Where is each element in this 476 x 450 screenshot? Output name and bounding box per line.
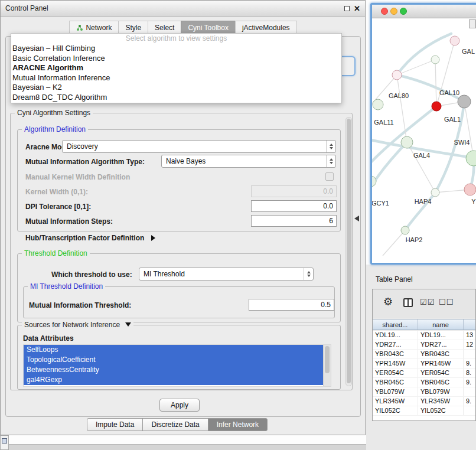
network-canvas[interactable]: GAL80 GAL10 GAL11 GAL1 SWI4 GAL4 GCY1 HA… — [372, 18, 476, 263]
mi-steps-label: Mutual Information Steps: — [25, 217, 113, 226]
network-node[interactable] — [450, 36, 459, 45]
column-header[interactable]: shared... — [373, 319, 418, 330]
control-panel-titlebar[interactable]: Control Panel ✕ — [1, 1, 365, 17]
collapsed-panel[interactable] — [0, 435, 9, 450]
network-window-titlebar[interactable] — [372, 5, 476, 18]
settings-scrollbar[interactable] — [345, 117, 352, 386]
network-node[interactable] — [373, 99, 383, 110]
list-item[interactable]: gal4RGexp — [24, 375, 323, 385]
gear-icon[interactable]: ⚙ — [383, 296, 393, 307]
deselect-all-icon[interactable]: ☐☐ — [439, 298, 454, 306]
sources-toggle[interactable]: Sources for Network Inference — [22, 321, 133, 329]
select-all-icon[interactable]: ☑☑ — [420, 298, 435, 306]
dpi-tolerance-label: DPI Tolerance [0,1]: — [25, 203, 91, 211]
node-label: SWI4 — [454, 139, 470, 146]
selected-value: Naive Bayes — [166, 157, 206, 165]
desktop: Control Panel ✕ Network Style Select — [0, 0, 476, 450]
split-pane-collapse-icon[interactable] — [354, 216, 359, 221]
tab-label: Network — [86, 24, 112, 32]
control-panel-window: Control Panel ✕ Network Style Select — [0, 0, 366, 435]
dropdown-item[interactable]: Bayesian – Hill Climbing — [11, 44, 341, 54]
table-panel-window: ⚙ ☑☑ ☐☐ shared... name YDL19... YDL19...… — [372, 289, 476, 421]
network-node[interactable] — [401, 136, 413, 148]
network-node[interactable] — [466, 151, 476, 166]
float-window-icon[interactable] — [344, 6, 350, 11]
data-attributes-list[interactable]: SelfLoops TopologicalCoefficient Between… — [23, 344, 331, 387]
dropdown-item[interactable]: Basic Correlation Inference — [11, 54, 341, 64]
apply-button[interactable]: Apply — [159, 399, 200, 412]
node-label: HAP2 — [406, 236, 423, 243]
which-threshold-select[interactable]: MI Threshold — [139, 268, 314, 281]
table-row[interactable]: YIL052C YIL052C — [373, 406, 475, 416]
mi-threshold-input[interactable] — [249, 299, 334, 311]
tab-impute-data[interactable]: Impute Data — [87, 418, 143, 431]
mi-algorithm-type-select[interactable]: Naive Bayes — [161, 155, 336, 168]
dropdown-item[interactable]: Mutual Information Inference — [11, 73, 341, 83]
network-node-highlighted[interactable] — [432, 102, 441, 111]
hub-definition-toggle[interactable]: Hub/Transcription Factor Definition — [25, 234, 155, 242]
cell: YPR145W — [418, 359, 464, 368]
table-row[interactable]: YBR043C YBR043C — [373, 350, 475, 359]
tab-discretize-data[interactable]: Discretize Data — [142, 418, 208, 431]
table-row[interactable]: YDL19... YDL19... 13 — [373, 331, 475, 340]
list-item[interactable]: TopologicalCoefficient — [24, 355, 323, 365]
tab-label: Cyni Toolbox — [188, 24, 228, 32]
tab-label: Impute Data — [96, 420, 134, 429]
network-node[interactable] — [401, 226, 409, 234]
column-header[interactable] — [464, 319, 476, 330]
aracne-mode-select[interactable]: Discovery — [62, 140, 336, 153]
zoom-traffic-light[interactable] — [400, 8, 407, 15]
dropdown-item-selected[interactable]: ARACNE Algorithm — [11, 63, 341, 73]
tab-label: Discretize Data — [151, 420, 199, 429]
list-scrollbar[interactable] — [323, 345, 331, 386]
dpi-tolerance-input[interactable] — [251, 200, 337, 212]
table-row[interactable]: YPR145W YPR145W 9. — [373, 359, 475, 369]
sources-title: Sources for Network Inference — [24, 321, 120, 329]
tab-label: Infer Network — [217, 420, 259, 429]
cell — [464, 350, 476, 358]
cell: YER054C — [418, 369, 464, 377]
cell: YDR27... — [418, 340, 464, 349]
close-traffic-light[interactable] — [381, 8, 388, 15]
network-tab-icon — [76, 24, 83, 31]
node-label: Y — [471, 198, 476, 205]
kernel-width-input[interactable] — [251, 185, 337, 197]
tab-infer-network[interactable]: Infer Network — [208, 418, 268, 431]
table-row[interactable]: YER054C YER054C 8. — [373, 369, 475, 378]
cell: YBR045C — [418, 378, 464, 387]
dropdown-item[interactable]: Dream8 DC_TDC Algorithm — [11, 93, 341, 103]
close-icon[interactable]: ✕ — [354, 5, 360, 12]
panel-icon — [2, 438, 7, 444]
network-node[interactable] — [464, 184, 476, 195]
column-header[interactable]: name — [418, 319, 464, 330]
cell: 9. — [464, 397, 476, 406]
network-node[interactable] — [392, 70, 402, 80]
window-controls: ✕ — [344, 5, 360, 12]
tab-label: Select — [155, 24, 174, 32]
cell: YDR27... — [373, 340, 418, 349]
network-node[interactable] — [431, 56, 439, 64]
scrollbar-thumb[interactable] — [325, 346, 330, 373]
table-row[interactable]: YDR27... YDR27... 12 — [373, 340, 475, 350]
table-row[interactable]: YBR045C YBR045C 9. — [373, 378, 475, 387]
chevron-right-icon — [151, 235, 155, 241]
table-row[interactable]: YLR345W YLR345W 9. — [373, 397, 475, 406]
minimize-traffic-light[interactable] — [390, 8, 397, 15]
cell: YBR045C — [373, 378, 418, 387]
network-scroll-corner — [469, 19, 476, 28]
mi-threshold-label: Mutual Information Threshold: — [29, 301, 131, 309]
table-row[interactable]: YBL079W YBL079W — [373, 387, 475, 397]
dropdown-item[interactable]: Bayesian – K2 — [11, 83, 341, 93]
cell: YLR345W — [418, 397, 464, 406]
list-item[interactable]: BetweennessCentrality — [24, 365, 323, 375]
scrollbar-thumb[interactable] — [347, 119, 351, 383]
cell: YBR043C — [418, 350, 464, 358]
manual-kernel-width-checkbox[interactable] — [325, 172, 334, 181]
chevron-down-icon — [125, 322, 131, 327]
list-item[interactable]: SelfLoops — [24, 345, 323, 355]
show-columns-icon[interactable] — [403, 298, 413, 307]
network-node[interactable] — [458, 95, 471, 108]
node-label: GAL4 — [413, 152, 430, 159]
mi-steps-input[interactable] — [251, 215, 337, 227]
network-node[interactable] — [431, 188, 439, 197]
